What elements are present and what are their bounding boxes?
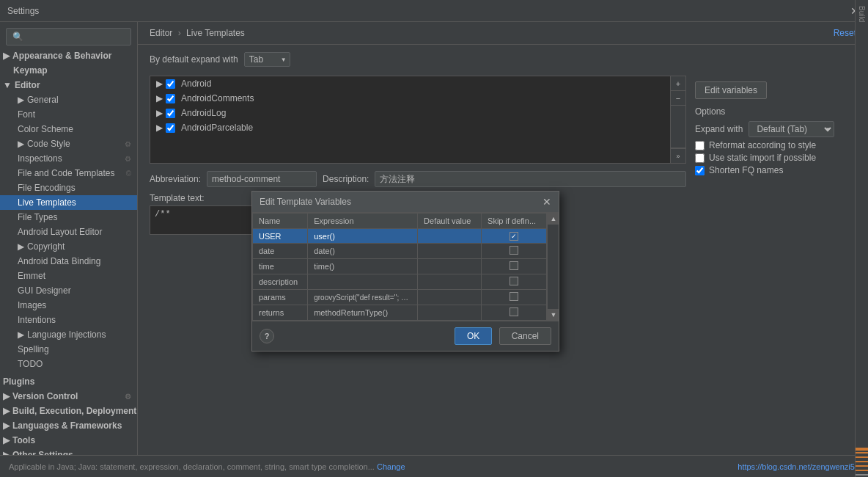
description-label: Description: [323, 174, 369, 184]
table-row[interactable]: description [253, 274, 547, 290]
android-checkbox[interactable] [166, 79, 175, 89]
expand-with-row: By default expand with Tab Enter Space [150, 52, 856, 67]
cell-skip[interactable] [482, 305, 547, 321]
col-default: Default value [418, 214, 482, 229]
sidebar-item-general[interactable]: ▶ General [0, 92, 137, 107]
sidebar-item-images[interactable]: Images [0, 298, 137, 313]
table-row[interactable]: params groovyScript("def result=''; def … [253, 290, 547, 305]
sidebar-item-file-encodings[interactable]: File Encodings [0, 181, 137, 195]
sidebar-item-appearance[interactable]: ▶ Appearance & Behavior [0, 48, 137, 63]
options-section: Options Expand with Default (Tab) Tab En… [695, 106, 856, 175]
main-layout: ▶ Appearance & Behavior Keymap ▼ Editor … [0, 22, 868, 455]
sidebar-item-file-types[interactable]: File Types [0, 210, 137, 225]
change-link[interactable]: Change [377, 462, 405, 471]
search-input[interactable] [6, 28, 131, 45]
static-import-checkbox[interactable] [695, 153, 705, 163]
cancel-button[interactable]: Cancel [499, 327, 551, 345]
sidebar-item-plugins[interactable]: Plugins [0, 374, 137, 389]
templates-list[interactable]: ▶ Android ▶ AndroidComments [150, 76, 671, 164]
right-edge-indicator5[interactable] [856, 465, 868, 467]
scroll-track [548, 225, 559, 309]
template-group-android-comments[interactable]: ▶ AndroidComments [150, 91, 670, 106]
sidebar-item-language-injections[interactable]: ▶ Language Injections [0, 327, 137, 342]
sidebar-item-other-settings[interactable]: ▶ Other Settings [0, 448, 137, 455]
sidebar-item-intentions[interactable]: Intentions [0, 313, 137, 327]
dialog-close-button[interactable]: ✕ [542, 196, 551, 208]
table-row[interactable]: USER user() ✓ [253, 229, 547, 244]
cell-name: USER [253, 229, 308, 244]
list-side-buttons: + − » [671, 76, 686, 164]
ok-button[interactable]: OK [455, 327, 492, 345]
csdn-link[interactable]: https://blog.csdn.net/zengwenzi55 [738, 462, 859, 471]
remove-template-button[interactable]: − [671, 91, 685, 106]
more-button[interactable]: » [671, 148, 685, 163]
static-import-label: Use static import if possible [709, 153, 816, 163]
table-row[interactable]: returns methodReturnType() [253, 305, 547, 321]
sidebar-item-live-templates[interactable]: Live Templates [0, 195, 137, 210]
sidebar-item-build-exec-deploy[interactable]: ▶ Build, Execution, Deployment [0, 404, 137, 418]
sidebar-item-android-data-binding[interactable]: Android Data Binding [0, 254, 137, 269]
template-group-android[interactable]: ▶ Android [150, 76, 670, 91]
cell-expression [308, 274, 418, 290]
applicable-text: Applicable in Java; Java: statement, exp… [9, 462, 375, 471]
sidebar-item-font[interactable]: Font [0, 107, 137, 122]
reset-link[interactable]: Reset [834, 28, 856, 38]
arrow-icon: ▶ [18, 329, 24, 340]
edit-variables-button[interactable]: Edit variables [695, 81, 767, 99]
skip-checkbox-unchecked [510, 307, 518, 316]
skip-checkbox-unchecked [510, 292, 518, 301]
right-edge-indicator[interactable] [856, 448, 868, 451]
sidebar-item-keymap[interactable]: Keymap [0, 63, 137, 78]
android-parcelable-checkbox[interactable] [166, 123, 175, 133]
shorten-fq-checkbox[interactable] [695, 166, 705, 175]
template-group-android-parcelable[interactable]: ▶ AndroidParcelable [150, 120, 670, 135]
expand-with-options-label: Expand with [695, 124, 743, 134]
android-comments-checkbox[interactable] [166, 94, 175, 103]
sidebar-item-color-scheme[interactable]: Color Scheme [0, 122, 137, 136]
static-import-checkbox-row: Use static import if possible [695, 153, 856, 163]
sidebar-item-todo[interactable]: TODO [0, 357, 137, 371]
cell-skip[interactable] [482, 290, 547, 305]
options-expand-dropdown[interactable]: Default (Tab) Tab Enter [749, 121, 834, 137]
reformat-checkbox[interactable] [695, 141, 705, 150]
cell-default [418, 290, 482, 305]
right-edge-indicator2[interactable] [856, 452, 868, 454]
description-input[interactable] [375, 171, 686, 187]
android-log-checkbox[interactable] [166, 109, 175, 118]
sidebar-item-inspections[interactable]: Inspections ⚙ [0, 151, 137, 166]
arrow-icon: ▶ [18, 95, 24, 105]
scroll-down-button[interactable]: ▼ [548, 309, 559, 321]
cell-default [418, 229, 482, 244]
right-edge-indicator6[interactable] [856, 470, 868, 471]
sidebar-item-copyright[interactable]: ▶ Copyright [0, 239, 137, 254]
sidebar-item-tools[interactable]: ▶ Tools [0, 433, 137, 448]
help-button[interactable]: ? [260, 329, 274, 343]
expand-arrow-icon: ▶ [156, 79, 163, 89]
scroll-up-button[interactable]: ▲ [548, 213, 559, 225]
table-row[interactable]: time time() [253, 259, 547, 274]
cell-skip[interactable] [482, 274, 547, 290]
sidebar-item-languages-frameworks[interactable]: ▶ Languages & Frameworks [0, 418, 137, 433]
sidebar-item-android-layout-editor[interactable]: Android Layout Editor [0, 225, 137, 239]
right-edge-indicator4[interactable] [856, 461, 868, 462]
skip-checkbox-unchecked [510, 246, 518, 255]
cell-skip[interactable] [482, 244, 547, 259]
cell-name: params [253, 290, 308, 305]
right-edge-label[interactable]: Build [856, 0, 867, 28]
sidebar-item-file-code-templates[interactable]: File and Code Templates © [0, 166, 137, 181]
sidebar-item-editor[interactable]: ▼ Editor [0, 78, 137, 92]
cell-expression[interactable]: user() [308, 229, 418, 244]
abbreviation-input[interactable] [207, 171, 317, 187]
sidebar-item-emmet[interactable]: Emmet [0, 269, 137, 283]
template-group-android-log[interactable]: ▶ AndroidLog [150, 106, 670, 120]
sidebar-item-gui-designer[interactable]: GUI Designer [0, 283, 137, 298]
table-row[interactable]: date date() [253, 244, 547, 259]
cell-skip[interactable] [482, 259, 547, 274]
right-edge-indicator3[interactable] [856, 456, 868, 458]
sidebar-item-version-control[interactable]: ▶ Version Control ⚙ [0, 389, 137, 404]
expand-with-dropdown[interactable]: Tab Enter Space [244, 52, 290, 67]
add-template-button[interactable]: + [671, 76, 685, 91]
sidebar-item-spelling[interactable]: Spelling [0, 342, 137, 357]
sidebar-item-code-style[interactable]: ▶ Code Style ⚙ [0, 136, 137, 151]
cell-skip[interactable]: ✓ [482, 229, 547, 244]
